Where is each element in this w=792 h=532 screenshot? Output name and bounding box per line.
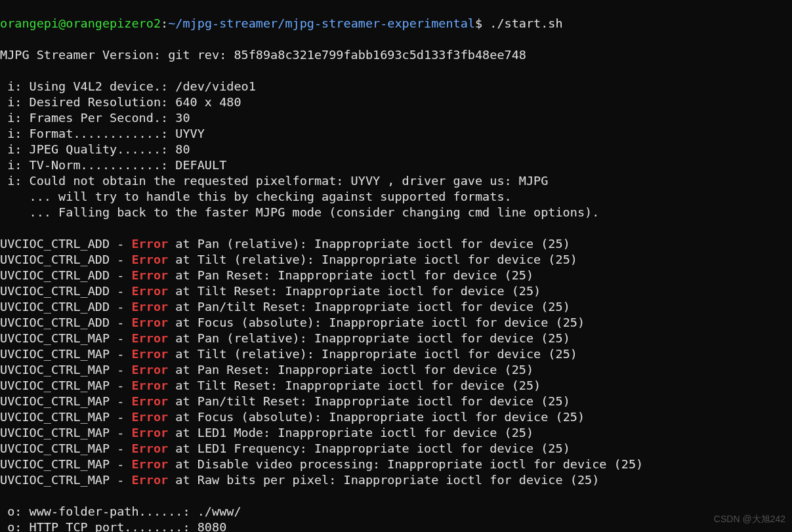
- info-line: i: Format............: UYVY: [0, 126, 792, 142]
- prompt-path: ~/mjpg-streamer/mjpg-streamer-experiment…: [168, 16, 475, 30]
- error-prefix: UVCIOC_CTRL_MAP -: [0, 347, 131, 361]
- output-line: o: www-folder-path......: ./www/: [0, 504, 792, 520]
- error-prefix: UVCIOC_CTRL_MAP -: [0, 473, 131, 487]
- error-word: Error: [131, 316, 168, 329]
- error-prefix: UVCIOC_CTRL_MAP -: [0, 363, 131, 377]
- error-suffix: at Tilt Reset: Inappropriate ioctl for d…: [168, 379, 541, 392]
- error-suffix: at Pan/tilt Reset: Inappropriate ioctl f…: [168, 394, 570, 408]
- error-word: Error: [131, 347, 168, 361]
- error-word: Error: [131, 410, 168, 424]
- output-value: 8080: [198, 520, 227, 532]
- error-suffix: at Raw bits per pixel: Inappropriate ioc…: [168, 473, 599, 487]
- error-prefix: UVCIOC_CTRL_MAP -: [0, 379, 131, 392]
- error-word: Error: [131, 363, 168, 377]
- error-prefix: UVCIOC_CTRL_ADD -: [0, 316, 131, 329]
- prompt-user-host: orangepi@orangepizero2: [0, 16, 161, 30]
- error-prefix: UVCIOC_CTRL_MAP -: [0, 394, 131, 408]
- terminal-output[interactable]: orangepi@orangepizero2:~/mjpg-streamer/m…: [0, 0, 792, 532]
- error-prefix: UVCIOC_CTRL_MAP -: [0, 426, 131, 440]
- error-word: Error: [131, 473, 168, 487]
- error-prefix: UVCIOC_CTRL_ADD -: [0, 284, 131, 298]
- error-prefix: UVCIOC_CTRL_ADD -: [0, 300, 131, 314]
- prompt-symbol: $: [475, 16, 482, 30]
- command-text: ./start.sh: [490, 16, 562, 30]
- error-suffix: at Pan (relative): Inappropriate ioctl f…: [168, 237, 570, 251]
- error-suffix: at LED1 Mode: Inappropriate ioctl for de…: [168, 426, 533, 440]
- error-word: Error: [131, 284, 168, 298]
- error-prefix: UVCIOC_CTRL_MAP -: [0, 410, 131, 424]
- info-line: i: Could not obtain the requested pixelf…: [0, 173, 792, 189]
- output-line: o: HTTP TCP port........: 8080: [0, 520, 792, 532]
- ioctl-error-line: UVCIOC_CTRL_ADD - Error at Tilt (relativ…: [0, 252, 792, 268]
- error-suffix: at Pan Reset: Inappropriate ioctl for de…: [168, 363, 533, 377]
- error-word: Error: [131, 300, 168, 314]
- ioctl-error-line: UVCIOC_CTRL_MAP - Error at Pan/tilt Rese…: [0, 394, 792, 409]
- ioctl-error-line: UVCIOC_CTRL_MAP - Error at LED1 Mode: In…: [0, 425, 792, 441]
- info-line: i: Desired Resolution: 640 x 480: [0, 94, 792, 110]
- error-word: Error: [131, 253, 168, 266]
- error-word: Error: [131, 441, 168, 455]
- error-word: Error: [131, 237, 168, 251]
- error-prefix: UVCIOC_CTRL_ADD -: [0, 253, 131, 266]
- info-line: i: Frames Per Second.: 30: [0, 110, 792, 126]
- info-line: ... Falling back to the faster MJPG mode…: [0, 205, 792, 220]
- error-word: Error: [131, 268, 168, 282]
- output-value: ./www/: [198, 504, 241, 518]
- ioctl-error-line: UVCIOC_CTRL_ADD - Error at Tilt Reset: I…: [0, 283, 792, 299]
- error-prefix: UVCIOC_CTRL_ADD -: [0, 237, 131, 251]
- ioctl-error-line: UVCIOC_CTRL_MAP - Error at LED1 Frequenc…: [0, 441, 792, 457]
- output-label: o: www-folder-path......:: [0, 504, 198, 518]
- info-line: i: JPEG Quality......: 80: [0, 142, 792, 157]
- error-prefix: UVCIOC_CTRL_ADD -: [0, 268, 131, 282]
- ioctl-error-line: UVCIOC_CTRL_ADD - Error at Pan Reset: In…: [0, 268, 792, 283]
- error-suffix: at Pan (relative): Inappropriate ioctl f…: [168, 331, 570, 345]
- error-suffix: at Tilt (relative): Inappropriate ioctl …: [168, 253, 577, 266]
- error-word: Error: [131, 426, 168, 440]
- error-suffix: at LED1 Frequency: Inappropriate ioctl f…: [168, 441, 570, 455]
- info-line: ... will try to handle this by checking …: [0, 189, 792, 205]
- prompt-separator: :: [161, 16, 168, 30]
- info-line: i: Using V4L2 device.: /dev/video1: [0, 79, 792, 94]
- error-suffix: at Pan Reset: Inappropriate ioctl for de…: [168, 268, 533, 282]
- error-word: Error: [131, 394, 168, 408]
- error-word: Error: [131, 379, 168, 392]
- error-prefix: UVCIOC_CTRL_MAP -: [0, 331, 131, 345]
- output-label: o: HTTP TCP port........:: [0, 520, 198, 532]
- ioctl-error-line: UVCIOC_CTRL_MAP - Error at Pan Reset: In…: [0, 362, 792, 378]
- error-suffix: at Disable video processing: Inappropria…: [168, 457, 643, 471]
- ioctl-error-line: UVCIOC_CTRL_MAP - Error at Raw bits per …: [0, 472, 792, 488]
- error-word: Error: [131, 331, 168, 345]
- ioctl-error-line: UVCIOC_CTRL_MAP - Error at Pan (relative…: [0, 331, 792, 346]
- ioctl-error-line: UVCIOC_CTRL_ADD - Error at Pan (relative…: [0, 236, 792, 252]
- error-prefix: UVCIOC_CTRL_MAP -: [0, 441, 131, 455]
- ioctl-error-line: UVCIOC_CTRL_MAP - Error at Focus (absolu…: [0, 409, 792, 425]
- error-suffix: at Pan/tilt Reset: Inappropriate ioctl f…: [168, 300, 570, 314]
- error-suffix: at Focus (absolute): Inappropriate ioctl…: [168, 410, 585, 424]
- error-prefix: UVCIOC_CTRL_MAP -: [0, 457, 131, 471]
- error-suffix: at Tilt Reset: Inappropriate ioctl for d…: [168, 284, 541, 298]
- error-word: Error: [131, 457, 168, 471]
- ioctl-error-line: UVCIOC_CTRL_MAP - Error at Disable video…: [0, 457, 792, 472]
- version-line: MJPG Streamer Version: git rev: 85f89a8c…: [0, 47, 792, 63]
- ioctl-error-line: UVCIOC_CTRL_MAP - Error at Tilt (relativ…: [0, 346, 792, 362]
- ioctl-error-line: UVCIOC_CTRL_MAP - Error at Tilt Reset: I…: [0, 378, 792, 394]
- info-line: i: TV-Norm...........: DEFAULT: [0, 157, 792, 173]
- error-suffix: at Focus (absolute): Inappropriate ioctl…: [168, 316, 585, 329]
- ioctl-error-line: UVCIOC_CTRL_ADD - Error at Pan/tilt Rese…: [0, 299, 792, 315]
- ioctl-error-line: UVCIOC_CTRL_ADD - Error at Focus (absolu…: [0, 315, 792, 331]
- prompt-line: orangepi@orangepizero2:~/mjpg-streamer/m…: [0, 16, 792, 31]
- error-suffix: at Tilt (relative): Inappropriate ioctl …: [168, 347, 577, 361]
